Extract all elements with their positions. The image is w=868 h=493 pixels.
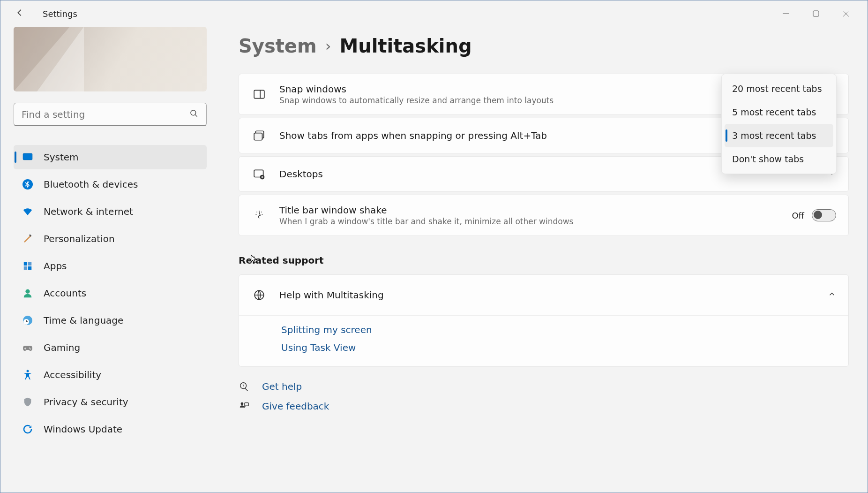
apps-icon: [21, 259, 34, 273]
maximize-button[interactable]: [808, 6, 823, 21]
search-icon: [189, 109, 199, 120]
sidebar-item-label: Personalization: [44, 233, 115, 244]
sidebar-item-privacy[interactable]: Privacy & security: [14, 390, 207, 414]
svg-text:?: ?: [242, 383, 244, 388]
globe-help-icon: [251, 287, 267, 303]
svg-rect-26: [245, 403, 248, 406]
sidebar-item-gaming[interactable]: Gaming: [14, 335, 207, 360]
chevron-up-icon: [828, 290, 836, 300]
help-title: Help with Multitasking: [279, 289, 816, 301]
gamepad-icon: [21, 341, 34, 354]
snap-layout-icon: [251, 86, 267, 102]
user-profile-area[interactable]: [14, 27, 207, 91]
svg-rect-19: [254, 133, 262, 140]
close-button[interactable]: [838, 6, 853, 21]
dropdown-option[interactable]: Don't show tabs: [725, 147, 833, 171]
search-input[interactable]: [22, 109, 189, 120]
svg-point-25: [241, 402, 244, 405]
sidebar-item-bluetooth[interactable]: Bluetooth & devices: [14, 172, 207, 197]
clock-globe-icon: [21, 314, 34, 327]
sidebar-item-label: Gaming: [44, 342, 80, 353]
chevron-right-icon: ›: [325, 37, 331, 55]
help-link[interactable]: Splitting my screen: [281, 324, 836, 335]
sidebar-item-label: Windows Update: [44, 424, 122, 435]
help-link[interactable]: Using Task View: [281, 342, 836, 353]
breadcrumb-parent[interactable]: System: [239, 35, 317, 57]
card-subtitle: When I grab a window's title bar and sha…: [279, 217, 779, 226]
dropdown-option[interactable]: 20 most recent tabs: [725, 77, 833, 100]
sidebar-item-system[interactable]: System: [14, 145, 207, 169]
display-icon: [21, 151, 34, 164]
bluetooth-icon: [21, 178, 34, 191]
sidebar-item-label: Bluetooth & devices: [44, 179, 138, 190]
link-text: Give feedback: [262, 401, 329, 412]
shake-icon: [251, 207, 267, 223]
paintbrush-icon: [21, 232, 34, 245]
window-stack-icon: [251, 128, 267, 144]
desktops-icon: [251, 166, 267, 182]
back-button[interactable]: [12, 5, 28, 23]
feedback-icon: [239, 401, 250, 412]
svg-point-16: [27, 370, 29, 372]
help-chat-icon: ?: [239, 381, 250, 392]
sidebar-item-apps[interactable]: Apps: [14, 254, 207, 278]
svg-point-11: [25, 289, 30, 294]
sidebar-item-label: Time & language: [44, 315, 123, 326]
sidebar-item-label: System: [44, 152, 79, 163]
section-heading: Related support: [239, 255, 849, 266]
sidebar-item-time[interactable]: Time & language: [14, 308, 207, 333]
toggle-switch[interactable]: [812, 209, 836, 221]
sidebar: System Bluetooth & devices Network & int…: [0, 27, 220, 493]
link-text: Get help: [262, 381, 302, 392]
svg-point-14: [29, 348, 30, 349]
svg-point-15: [30, 349, 31, 349]
sidebar-item-network[interactable]: Network & internet: [14, 199, 207, 224]
svg-rect-7: [24, 262, 27, 265]
svg-rect-3: [23, 153, 32, 160]
sidebar-item-label: Privacy & security: [44, 396, 128, 408]
sidebar-item-label: Apps: [44, 260, 67, 272]
search-box[interactable]: [14, 103, 207, 126]
card-title: Title bar window shake: [279, 205, 779, 216]
update-icon: [21, 423, 34, 436]
person-icon: [21, 287, 34, 300]
breadcrumb-current: Multitasking: [339, 35, 471, 57]
sidebar-item-accounts[interactable]: Accounts: [14, 281, 207, 305]
svg-rect-8: [28, 262, 31, 265]
sidebar-item-personalization[interactable]: Personalization: [14, 227, 207, 251]
app-title: Settings: [43, 9, 77, 19]
setting-card-title-bar-shake: Title bar window shake When I grab a win…: [239, 195, 849, 236]
help-card: Help with Multitasking Splitting my scre…: [239, 274, 849, 367]
dropdown-option[interactable]: 5 most recent tabs: [725, 100, 833, 124]
svg-point-2: [191, 110, 196, 115]
wifi-icon: [21, 205, 34, 218]
sidebar-item-accessibility[interactable]: Accessibility: [14, 363, 207, 387]
minimize-button[interactable]: [778, 6, 793, 21]
svg-rect-17: [254, 90, 264, 98]
svg-rect-10: [28, 266, 31, 270]
sidebar-item-update[interactable]: Windows Update: [14, 417, 207, 441]
breadcrumb: System › Multitasking: [239, 35, 849, 57]
svg-rect-1: [813, 11, 819, 16]
titlebar: Settings: [0, 0, 868, 27]
shield-icon: [21, 395, 34, 409]
sidebar-item-label: Accounts: [44, 288, 86, 299]
sidebar-item-label: Network & internet: [44, 206, 133, 217]
main-content: System › Multitasking Snap windows Snap …: [220, 27, 868, 493]
svg-rect-0: [783, 14, 789, 14]
get-help-link[interactable]: ? Get help: [239, 381, 849, 392]
help-card-header[interactable]: Help with Multitasking: [239, 275, 848, 316]
dropdown-option[interactable]: 3 most recent tabs: [725, 124, 833, 147]
give-feedback-link[interactable]: Give feedback: [239, 401, 849, 412]
tabs-dropdown-menu: 20 most recent tabs 5 most recent tabs 3…: [721, 74, 837, 174]
toggle-state-label: Off: [792, 211, 804, 220]
accessibility-icon: [21, 368, 34, 381]
svg-rect-9: [24, 266, 27, 270]
sidebar-item-label: Accessibility: [44, 369, 101, 380]
